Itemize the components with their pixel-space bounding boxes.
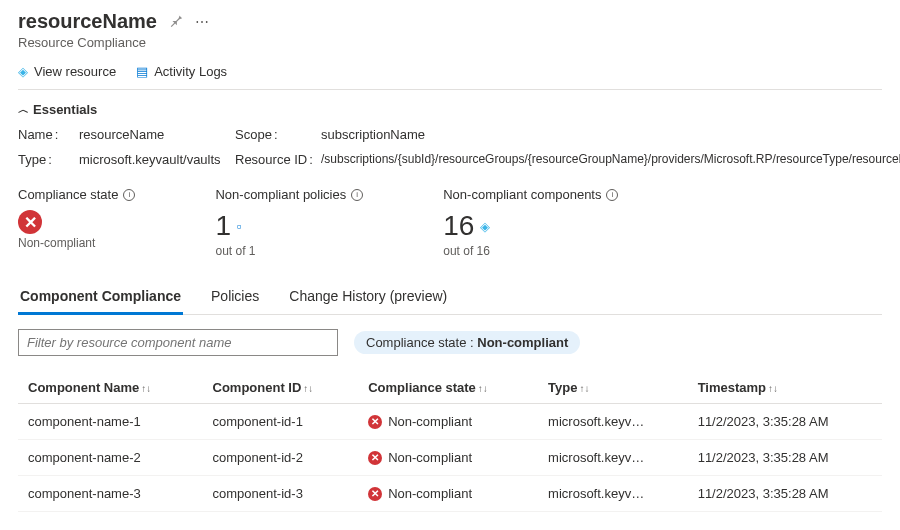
cube-icon: ◈	[480, 219, 490, 234]
noncompliant-components-sub: out of 16	[443, 244, 618, 258]
compliance-state-value: Non-compliant	[18, 236, 135, 250]
filter-input[interactable]	[18, 329, 338, 356]
cell-timestamp: 11/2/2023, 3:35:28 AM	[688, 440, 882, 476]
view-resource-label: View resource	[34, 64, 116, 79]
log-icon: ▤	[136, 64, 148, 79]
tabs: Component Compliance Policies Change His…	[18, 282, 882, 315]
resource-id-label: Resource ID	[235, 152, 315, 167]
cell-name: component-name-2	[18, 440, 203, 476]
type-value: microsoft.keyvault/vaults	[79, 152, 229, 167]
sort-icon: ↑↓	[478, 383, 488, 394]
divider	[18, 89, 882, 90]
type-label: Type	[18, 152, 73, 167]
noncompliant-components-metric: Non-compliant components i 16 ◈ out of 1…	[443, 187, 618, 258]
pin-icon[interactable]	[169, 13, 183, 30]
noncompliant-components-label: Non-compliant components	[443, 187, 601, 202]
col-component-id[interactable]: Component ID↑↓	[203, 372, 359, 404]
sort-icon: ↑↓	[768, 383, 778, 394]
tab-policies[interactable]: Policies	[209, 282, 261, 314]
tab-component-compliance[interactable]: Component Compliance	[18, 282, 183, 315]
noncompliant-policies-value: 1	[215, 210, 231, 242]
cell-state: ✕Non-compliant	[358, 440, 538, 476]
noncompliant-components-value: 16	[443, 210, 474, 242]
pill-value: Non-compliant	[477, 335, 568, 350]
cell-id: component-id-3	[203, 476, 359, 512]
noncompliant-icon: ✕	[368, 415, 382, 429]
sort-icon: ↑↓	[303, 383, 313, 394]
noncompliant-policies-label: Non-compliant policies	[215, 187, 346, 202]
tab-change-history[interactable]: Change History (preview)	[287, 282, 449, 314]
essentials-toggle[interactable]: ︿ Essentials	[18, 102, 882, 117]
cell-name: component-name-3	[18, 476, 203, 512]
sort-icon: ↑↓	[141, 383, 151, 394]
table-row[interactable]: component-name-3component-id-3✕Non-compl…	[18, 476, 882, 512]
scope-label: Scope	[235, 127, 315, 142]
activity-logs-label: Activity Logs	[154, 64, 227, 79]
col-type[interactable]: Type↑↓	[538, 372, 688, 404]
cell-type: microsoft.keyv…	[538, 476, 688, 512]
activity-logs-button[interactable]: ▤ Activity Logs	[136, 64, 227, 79]
essentials-label: Essentials	[33, 102, 97, 117]
compliance-state-pill[interactable]: Compliance state : Non-compliant	[354, 331, 580, 354]
cell-type: microsoft.keyv…	[538, 404, 688, 440]
compliance-state-label: Compliance state	[18, 187, 118, 202]
name-label: Name	[18, 127, 73, 142]
cell-timestamp: 11/2/2023, 3:35:28 AM	[688, 476, 882, 512]
name-value: resourceName	[79, 127, 229, 142]
noncompliant-policies-sub: out of 1	[215, 244, 363, 258]
page-title: resourceName	[18, 10, 157, 33]
cell-id: component-id-2	[203, 440, 359, 476]
compliance-state-metric: Compliance state i ✕ Non-compliant	[18, 187, 135, 258]
view-resource-button[interactable]: ◈ View resource	[18, 64, 116, 79]
resource-id-value: /subscriptions/{subId}/resourceGroups/{r…	[321, 152, 900, 167]
cell-name: component-name-1	[18, 404, 203, 440]
pill-label: Compliance state :	[366, 335, 477, 350]
table-row[interactable]: component-name-2component-id-2✕Non-compl…	[18, 440, 882, 476]
info-icon[interactable]: i	[123, 189, 135, 201]
sort-icon: ↑↓	[580, 383, 590, 394]
chevron-up-icon: ︿	[18, 102, 29, 117]
noncompliant-icon: ✕	[368, 451, 382, 465]
noncompliant-icon: ✕	[368, 487, 382, 501]
scope-value: subscriptionName	[321, 127, 900, 142]
col-compliance-state[interactable]: Compliance state↑↓	[358, 372, 538, 404]
cell-id: component-id-1	[203, 404, 359, 440]
page-subtitle: Resource Compliance	[18, 35, 882, 50]
info-icon[interactable]: i	[606, 189, 618, 201]
noncompliant-policies-metric: Non-compliant policies i 1 ▫ out of 1	[215, 187, 363, 258]
cell-state: ✕Non-compliant	[358, 404, 538, 440]
cell-timestamp: 11/2/2023, 3:35:28 AM	[688, 404, 882, 440]
components-table: Component Name↑↓ Component ID↑↓ Complian…	[18, 372, 882, 512]
more-icon[interactable]: ⋯	[195, 14, 209, 30]
col-component-name[interactable]: Component Name↑↓	[18, 372, 203, 404]
cell-type: microsoft.keyv…	[538, 440, 688, 476]
info-icon[interactable]: i	[351, 189, 363, 201]
col-timestamp[interactable]: Timestamp↑↓	[688, 372, 882, 404]
cube-icon: ◈	[18, 64, 28, 79]
cell-state: ✕Non-compliant	[358, 476, 538, 512]
noncompliant-icon: ✕	[18, 210, 42, 234]
policy-icon: ▫	[237, 219, 242, 234]
table-row[interactable]: component-name-1component-id-1✕Non-compl…	[18, 404, 882, 440]
